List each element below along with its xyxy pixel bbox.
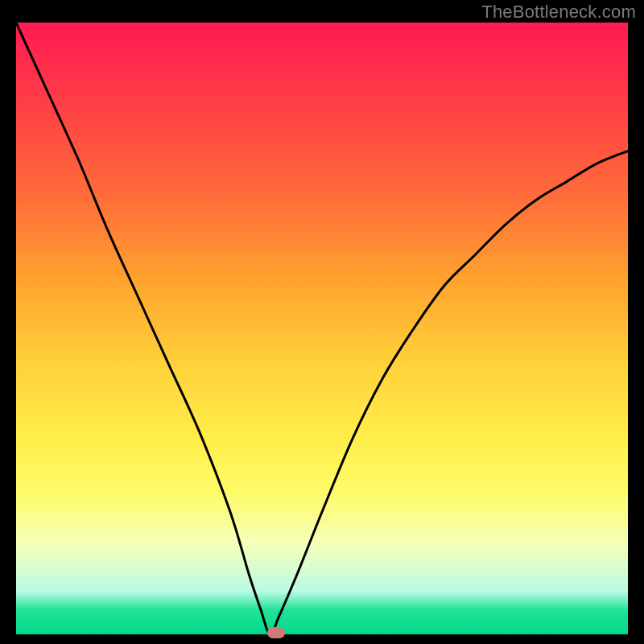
optimum-marker [267, 627, 285, 638]
plot-area [16, 23, 628, 634]
chart-frame: TheBottleneck.com [0, 0, 644, 644]
bottleneck-curve [16, 23, 628, 634]
curve-svg [16, 23, 628, 634]
watermark-text: TheBottleneck.com [481, 2, 636, 23]
